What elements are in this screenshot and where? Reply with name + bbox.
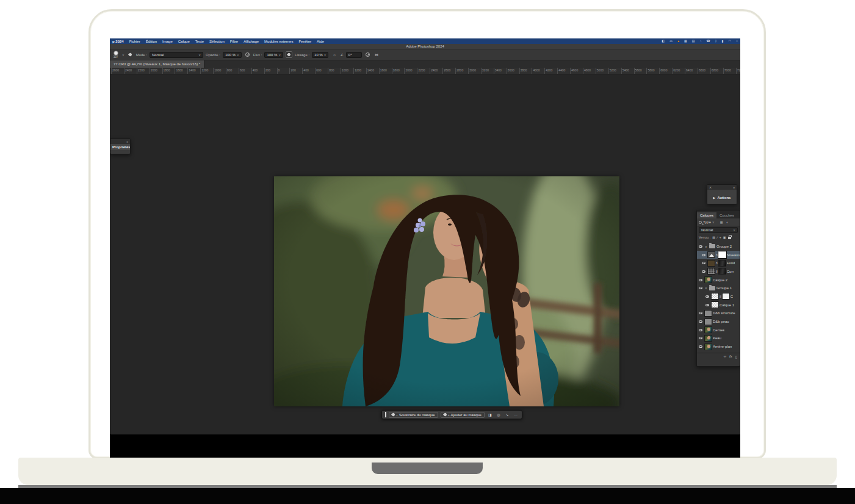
layer-name[interactable]: Calque 2 (713, 278, 727, 282)
layer-name[interactable]: D&b structure (713, 311, 735, 315)
subtract-from-mask-button[interactable]: − Soustraire du masque (389, 412, 438, 418)
layer-name[interactable]: Niveaux 1 (727, 253, 740, 257)
layer-mask-thumbnail[interactable] (719, 252, 726, 257)
layer-row[interactable]: 8 Niveaux 1 (697, 251, 740, 259)
menu-item[interactable]: Fichier (129, 40, 140, 43)
layer-row[interactable]: 8 C (697, 292, 740, 301)
visibility-eye-icon[interactable] (702, 262, 705, 264)
lock-option-icon[interactable]: + (720, 236, 721, 239)
visibility-eye-icon[interactable] (699, 245, 702, 248)
layer-thumbnail[interactable] (709, 286, 715, 290)
layer-name[interactable]: Calque 1 (720, 303, 734, 307)
visibility-eye-icon[interactable] (702, 254, 705, 256)
contextual-task-bar[interactable]: − Soustraire du masque + Ajouter au masq… (381, 410, 522, 419)
close-icon[interactable]: ✕ (709, 185, 712, 189)
menu-item[interactable]: Sélection (209, 40, 225, 43)
layer-mask-thumbnail[interactable] (723, 293, 729, 299)
layer-thumbnail[interactable] (705, 327, 712, 333)
mask-option-icon[interactable]: ◨ (487, 412, 493, 418)
filter-kind-icon[interactable]: ▦ (720, 220, 723, 224)
layer-name[interactable]: Corr (727, 270, 734, 273)
lock-option-icon[interactable]: ∕ (717, 236, 718, 239)
tray-icon[interactable]: ● (677, 40, 679, 43)
smoothing-gear-icon[interactable]: ☼ (331, 51, 337, 58)
actions-button[interactable]: ▶ Actions (707, 190, 737, 204)
layer-thumbnail[interactable] (709, 244, 715, 248)
group-expander-icon[interactable]: ∨ (705, 245, 708, 248)
tray-icon[interactable]: ▮ (722, 40, 724, 43)
visibility-eye-icon[interactable] (699, 287, 702, 289)
layer-thumbnail[interactable] (708, 261, 715, 266)
tray-icon[interactable]: ▭ (669, 40, 673, 43)
layer-name[interactable]: D&b peau (713, 320, 729, 323)
menu-item[interactable]: Édition (146, 40, 157, 43)
airbrush-toggle-icon[interactable] (286, 51, 292, 58)
lock-option-icon[interactable]: ▨ (712, 236, 715, 239)
layer-thumbnail[interactable] (705, 344, 712, 350)
menu-item[interactable]: Filtre (230, 40, 238, 43)
layer-row[interactable]: 8 Corr (697, 267, 740, 276)
visibility-eye-icon[interactable] (705, 304, 709, 306)
menu-item[interactable]: Modules externes (264, 40, 293, 43)
layer-thumbnail[interactable] (712, 293, 718, 299)
symmetry-icon[interactable]: ⋈ (373, 51, 380, 58)
panel-tab[interactable]: Calques (697, 212, 716, 218)
filter-kind-icon[interactable]: ◐ (726, 220, 728, 224)
menu-item[interactable]: Aide (317, 40, 324, 43)
tray-icon[interactable]: ▤ (692, 40, 695, 43)
layer-thumbnail[interactable] (705, 319, 712, 325)
layer-row[interactable]: Arrière-plan (697, 342, 740, 351)
layer-name[interactable]: Groupe 1 (716, 286, 732, 290)
filter-type-select[interactable]: Type (703, 220, 711, 224)
menu-item[interactable]: Fenêtre (298, 40, 311, 43)
pressure-size-icon[interactable] (364, 51, 371, 58)
visibility-eye-icon[interactable] (699, 279, 702, 281)
pressure-opacity-icon[interactable] (244, 51, 251, 58)
tray-icon[interactable]: ▦ (684, 40, 687, 43)
layer-name[interactable]: C (731, 295, 733, 298)
menu-item[interactable]: Affichage (244, 40, 259, 43)
tab-properties[interactable]: Propriétés (110, 144, 131, 150)
layer-row[interactable]: Calque 1 (697, 301, 740, 309)
tray-icon[interactable]: ○ (736, 40, 738, 43)
layer-mask-thumbnail[interactable] (719, 261, 726, 266)
tray-icon[interactable]: ᛒ (715, 40, 717, 43)
lock-option-icon[interactable]: ▣ (723, 236, 726, 239)
tray-icon[interactable]: ◠ (729, 40, 731, 43)
layer-row[interactable]: Cernes (697, 326, 740, 334)
layer-row[interactable]: Peau (697, 334, 740, 343)
flow-field[interactable]: 100 % ∨ (264, 52, 283, 58)
group-expander-icon[interactable]: ∨ (705, 286, 708, 290)
tray-icon[interactable]: ☎ (707, 40, 710, 43)
layer-thumbnail[interactable] (705, 311, 712, 316)
collapse-panel-icon[interactable]: » (733, 185, 735, 189)
drag-handle[interactable] (385, 412, 386, 417)
brush-preset-picker[interactable]: 307 (112, 51, 120, 59)
panel-tab[interactable]: Couches (716, 212, 737, 218)
more-options-icon[interactable]: … (513, 412, 519, 418)
layer-row[interactable]: Calque 2 (697, 276, 740, 284)
visibility-eye-icon[interactable] (699, 337, 702, 339)
visibility-eye-icon[interactable] (699, 345, 702, 348)
opacity-field[interactable]: 100 % ∨ (223, 52, 242, 58)
pasteboard[interactable]: − Soustraire du masque + Ajouter au masq… (110, 74, 740, 434)
layer-thumbnail[interactable] (708, 268, 715, 274)
layer-thumbnail[interactable] (705, 277, 712, 283)
lock-all-icon[interactable] (728, 237, 731, 239)
visibility-eye-icon[interactable] (699, 312, 702, 314)
visibility-eye-icon[interactable] (699, 320, 702, 323)
layer-row[interactable]: ∨ Groupe 1 (697, 284, 740, 292)
add-to-mask-button[interactable]: + Ajouter au masque (441, 412, 485, 418)
layer-name[interactable]: Fond (727, 261, 735, 265)
document-tab[interactable]: 77.CR3 @ 44,7% (Niveaux 1, Masque de fus… (110, 60, 204, 68)
brush-settings-panel-icon[interactable] (127, 51, 134, 58)
layer-blend-mode-select[interactable]: Normal ∨ (699, 227, 738, 233)
layer-thumbnail[interactable] (708, 252, 715, 257)
visibility-eye-icon[interactable] (699, 329, 702, 331)
menu-item[interactable]: Calque (178, 40, 190, 43)
layer-row[interactable]: ∨ Groupe 2 (697, 242, 740, 251)
visibility-eye-icon[interactable] (702, 270, 705, 273)
mask-option-icon[interactable]: ↘ (504, 412, 510, 418)
menu-item[interactable]: Image (162, 40, 173, 43)
layer-row[interactable]: D&b peau (697, 317, 740, 326)
